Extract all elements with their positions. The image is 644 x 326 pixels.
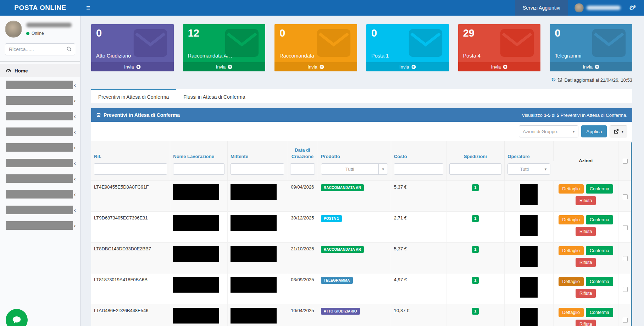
search-icon[interactable]	[66, 46, 72, 53]
card-invia-link[interactable]: Invia	[274, 62, 357, 71]
cell-rif: LT9D6873405EC7396E31	[91, 212, 170, 243]
redacted-operatore	[520, 308, 538, 326]
row-checkbox[interactable]	[623, 256, 628, 261]
card-invia-link[interactable]: Invia	[366, 62, 449, 71]
chevron-left-icon: ‹	[74, 98, 76, 104]
filter-input-spedizioni[interactable]	[449, 163, 502, 175]
filter-input-nome-lavorazione[interactable]	[173, 163, 224, 175]
action-button-conferma[interactable]: Conferma	[586, 277, 613, 286]
search-input[interactable]	[5, 43, 75, 55]
cell-spedizioni: 1	[446, 181, 505, 212]
card-invia-link[interactable]: Invia	[91, 62, 174, 71]
cell-select	[618, 243, 632, 273]
filter-input-rif[interactable]	[94, 163, 167, 175]
cell-nome-lavorazione	[170, 212, 228, 243]
action-button-dettaglio[interactable]: Dettaglio	[559, 277, 584, 286]
table-header-row: Rif.Nome LavorazioneMittenteData di Crea…	[91, 141, 632, 161]
filter-input-mittente[interactable]	[231, 163, 284, 175]
cell-costo: 10,37 €	[391, 304, 446, 326]
stat-card-posta-1: 0 Posta 1 Invia	[366, 24, 449, 71]
action-button-conferma[interactable]: Conferma	[586, 246, 613, 255]
filter-input-data-di-creazione[interactable]	[290, 163, 315, 175]
action-button-rifiuta[interactable]: Rifiuta	[576, 258, 596, 267]
sidebar-item-redacted[interactable]: ‹	[0, 218, 80, 233]
redacted-menu-label	[6, 190, 73, 199]
sidebar-item-redacted[interactable]: ‹	[0, 93, 80, 108]
cell-rif: LT4E98455E5D8A8FC91F	[91, 181, 170, 212]
export-dropdown-button[interactable]: ▾	[610, 125, 627, 137]
sidebar-item-redacted[interactable]: ‹	[0, 77, 80, 93]
nav-user-menu[interactable]	[568, 0, 627, 16]
filter-select-prodotto[interactable]: Tutti▾	[321, 163, 388, 175]
sidebar-item-redacted[interactable]: ‹	[0, 108, 80, 124]
caret-down-icon: ▾	[569, 126, 578, 137]
action-button-rifiuta[interactable]: Rifiuta	[576, 196, 596, 205]
row-checkbox[interactable]	[623, 287, 628, 292]
sidebar-item-redacted[interactable]: ‹	[0, 186, 80, 202]
row-checkbox[interactable]	[623, 225, 628, 230]
cell-costo: 5,37 €	[391, 181, 446, 212]
cell-rif: LTAD486E2D26B448E546	[91, 304, 170, 326]
card-invia-link[interactable]: Invia	[550, 62, 632, 71]
card-invia-label: Invia	[583, 64, 592, 70]
action-button-dettaglio[interactable]: Dettaglio	[559, 215, 584, 224]
apply-button[interactable]: Applica	[581, 125, 607, 137]
redacted-operatore	[520, 246, 538, 267]
filter-cell-costo	[391, 161, 446, 181]
sidebar-item-redacted[interactable]: ‹	[0, 124, 80, 140]
sidebar-toggle-button[interactable]: ≡	[80, 0, 96, 16]
panel-heading: Preventivi in Attesa di Conferma Visuali…	[91, 108, 632, 122]
stat-card-label: Raccomandata	[279, 53, 314, 59]
action-button-conferma[interactable]: Conferma	[586, 215, 613, 224]
cell-prodotto: ATTO GIUDIZIARIO	[318, 304, 391, 326]
sidebar-item-redacted[interactable]: ‹	[0, 140, 80, 155]
action-button-rifiuta[interactable]: Rifiuta	[576, 289, 596, 298]
filter-select-operatore[interactable]: Tutti▾	[507, 163, 550, 175]
sidebar-item-redacted[interactable]: ‹	[0, 171, 80, 186]
cell-select	[618, 212, 632, 243]
table-scrollbar[interactable]	[631, 142, 632, 326]
row-checkbox[interactable]	[623, 194, 628, 199]
online-status-dot	[26, 32, 29, 35]
card-invia-link[interactable]: Invia	[458, 62, 541, 71]
group-actions-select[interactable]: Azioni di Gruppo: ▾	[519, 125, 578, 137]
stat-card-body: 12 Raccomandata A/R	[183, 24, 266, 62]
select-all-checkbox[interactable]	[623, 159, 628, 164]
action-button-dettaglio[interactable]: Dettaglio	[559, 184, 584, 194]
action-button-dettaglio[interactable]: Dettaglio	[559, 308, 584, 317]
action-button-conferma[interactable]: Conferma	[586, 184, 613, 194]
cell-nome-lavorazione	[170, 181, 228, 212]
tab-flussi-in-attesa-di-conferma[interactable]: Flussi in Attesa di Conferma	[176, 89, 252, 103]
action-button-rifiuta[interactable]: Rifiuta	[576, 320, 596, 326]
settings-gears-icon[interactable]: ⚙⚙	[627, 0, 644, 16]
preventivi-table: Rif.Nome LavorazioneMittenteData di Crea…	[91, 141, 632, 326]
cell-mittente	[228, 243, 287, 273]
card-invia-label: Invia	[307, 64, 317, 70]
stat-card-body: 0 Raccomandata	[274, 24, 357, 62]
caret-down-icon: ▾	[621, 129, 623, 134]
sidebar-item-redacted[interactable]: ‹	[0, 202, 80, 218]
redacted-menu-label	[6, 127, 73, 136]
cell-select	[618, 304, 632, 326]
redacted-menu-label	[6, 206, 73, 214]
cell-spedizioni: 1	[446, 273, 505, 304]
action-button-dettaglio[interactable]: Dettaglio	[559, 246, 584, 255]
action-button-rifiuta[interactable]: Rifiuta	[576, 227, 596, 236]
refresh-icon[interactable]: ↻	[551, 77, 556, 83]
cell-prodotto: POSTA 1	[318, 212, 391, 243]
cell-nome-lavorazione	[170, 273, 228, 304]
cell-select	[618, 181, 632, 212]
filter-input-costo[interactable]	[394, 163, 443, 175]
nav-servizi-aggiuntivi-link[interactable]: Servizi Aggiuntivi	[515, 0, 568, 16]
card-invia-link[interactable]: Invia	[183, 62, 266, 71]
tab-preventivi-in-attesa-di-conferma[interactable]: Preventivi in Attesa di Conferma	[91, 89, 176, 103]
spedizioni-count-badge: 1	[472, 246, 479, 253]
row-checkbox[interactable]	[623, 318, 628, 323]
spedizioni-count-badge: 1	[472, 184, 479, 191]
action-button-conferma[interactable]: Conferma	[586, 308, 613, 317]
sidebar-item-home[interactable]: Home	[0, 64, 80, 77]
app-logo[interactable]: POSTA ONLINE	[0, 0, 80, 16]
preventivi-panel: Preventivi in Attesa di Conferma Visuali…	[91, 108, 632, 326]
panel-title-text: Preventivi in Attesa di Conferma	[104, 112, 180, 118]
sidebar-item-redacted[interactable]: ‹	[0, 155, 80, 171]
